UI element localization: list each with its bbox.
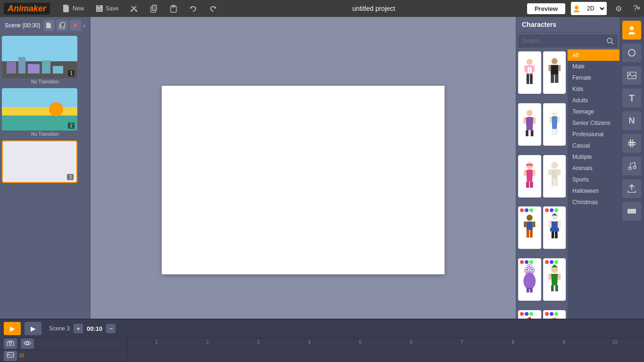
character-card[interactable] <box>518 51 541 94</box>
svg-rect-82 <box>527 222 533 230</box>
topbar: Animaker New Save <box>0 0 644 17</box>
duplicate-scene-button[interactable] <box>57 20 68 31</box>
play-all-button[interactable]: ▶ <box>4 322 21 335</box>
music-tool-button[interactable] <box>622 156 641 175</box>
redo-button[interactable] <box>206 3 220 14</box>
scene-thumb-3[interactable]: 3 <box>2 140 77 183</box>
mode-select[interactable]: 2D 3D <box>581 3 606 14</box>
new-button[interactable]: New <box>59 3 87 14</box>
character-card[interactable] <box>543 155 566 197</box>
filter-kids[interactable]: Kids <box>568 83 619 95</box>
character-svg <box>543 157 566 195</box>
paste-button[interactable] <box>166 3 181 14</box>
preview-button[interactable]: Preview <box>527 3 565 14</box>
scene-header: Scene (00:30) ✕ ‹ <box>0 17 90 34</box>
duplicate-scene-icon <box>59 22 66 29</box>
new-scene-button[interactable] <box>43 20 55 31</box>
filter-sports[interactable]: Sports <box>568 174 619 185</box>
filter-professional[interactable]: Professional <box>568 129 619 140</box>
svg-rect-89 <box>555 232 558 239</box>
filter-male[interactable]: Male <box>568 61 619 72</box>
character-card[interactable] <box>543 103 566 146</box>
visibility-toggle[interactable] <box>21 338 34 349</box>
character-svg <box>518 261 541 298</box>
ruler-mark: 1 <box>131 340 182 345</box>
scene-transition-1: No Transition <box>2 78 88 86</box>
text-tool-button[interactable]: T <box>622 89 641 107</box>
filter-multiple[interactable]: Multiple <box>568 151 619 163</box>
scene-number-1: 1 <box>68 70 74 76</box>
character-dots <box>545 208 558 212</box>
filter-casual[interactable]: Casual <box>568 140 619 151</box>
character-svg <box>543 106 566 143</box>
collapse-scenes-button[interactable]: ‹ <box>83 22 85 29</box>
character-card[interactable] <box>543 51 566 94</box>
add-time-button[interactable]: + <box>74 324 83 333</box>
background-tool-icon <box>627 206 637 216</box>
svg-rect-55 <box>531 130 534 136</box>
filter-teenage[interactable]: Teenage <box>568 106 619 117</box>
canvas[interactable] <box>162 86 445 274</box>
ruler-mark: 10 <box>589 340 640 345</box>
mode-selector[interactable]: 2D 3D <box>571 2 607 15</box>
svg-point-37 <box>527 59 533 65</box>
save-button[interactable]: Save <box>92 3 121 14</box>
svg-line-36 <box>611 42 613 44</box>
subtract-time-button[interactable]: − <box>106 324 116 333</box>
ruler-mark: 7 <box>437 340 487 345</box>
scene-thumb-1[interactable]: 1 <box>2 36 77 78</box>
character-card[interactable] <box>518 206 541 249</box>
search-bar <box>518 34 618 48</box>
play-from-here-button[interactable]: ▶ <box>25 322 41 335</box>
track-row-characters <box>0 338 127 350</box>
character-dots <box>545 260 558 264</box>
svg-rect-4 <box>98 5 100 8</box>
svg-rect-66 <box>526 181 529 188</box>
delete-scene-button[interactable]: ✕ <box>70 20 81 31</box>
timeline: ▶ ▶ Scene 3 + 00:10 − <box>0 319 644 362</box>
svg-rect-104 <box>548 274 551 280</box>
character-dots <box>520 260 533 264</box>
upload-tool-icon <box>627 183 637 194</box>
svg-rect-49 <box>551 74 554 83</box>
svg-point-130 <box>9 342 12 345</box>
images-tool-button[interactable] <box>622 66 641 85</box>
filter-female[interactable]: Female <box>568 72 619 83</box>
settings-button[interactable]: ⚙ <box>612 3 625 14</box>
svg-rect-54 <box>526 130 528 136</box>
characters-body: All Male Female Kids Adults Teenage Seni… <box>516 49 619 362</box>
enter-exit-tool-button[interactable]: N <box>622 111 641 130</box>
filter-halloween[interactable]: Halloween <box>568 185 619 197</box>
character-card[interactable] <box>518 258 541 301</box>
cut-button[interactable] <box>127 3 141 14</box>
props-tool-button[interactable] <box>622 43 641 62</box>
effects-tool-button[interactable] <box>622 134 641 153</box>
new-scene-icon <box>46 22 52 29</box>
upload-tool-button[interactable] <box>622 179 641 198</box>
scene-thumb-2[interactable]: 2 <box>2 88 77 131</box>
filter-christmas[interactable]: Christmas <box>568 197 619 208</box>
scene-header-label: Scene (00:30) <box>5 22 40 29</box>
svg-rect-105 <box>558 274 561 280</box>
filter-senior[interactable]: Senior Citizens <box>568 117 619 129</box>
svg-rect-85 <box>524 222 527 228</box>
filter-all[interactable]: All <box>568 49 619 61</box>
search-input[interactable] <box>522 38 603 44</box>
character-card[interactable] <box>518 103 541 146</box>
character-card[interactable] <box>543 258 566 301</box>
background-tool-button[interactable] <box>622 202 641 221</box>
characters-tool-button[interactable] <box>622 21 641 40</box>
track-music-button[interactable] <box>4 351 17 361</box>
svg-marker-101 <box>551 264 558 267</box>
canvas-container <box>91 17 516 343</box>
character-card[interactable] <box>543 206 566 249</box>
character-card[interactable] <box>518 155 541 197</box>
filter-animals[interactable]: Animals <box>568 163 619 174</box>
undo-button[interactable] <box>186 3 200 14</box>
scene-camera-button[interactable] <box>4 338 17 349</box>
svg-point-47 <box>551 58 557 64</box>
svg-rect-122 <box>628 144 636 145</box>
copy-button[interactable] <box>147 3 161 14</box>
svg-point-126 <box>628 167 631 170</box>
filter-adults[interactable]: Adults <box>568 95 619 106</box>
